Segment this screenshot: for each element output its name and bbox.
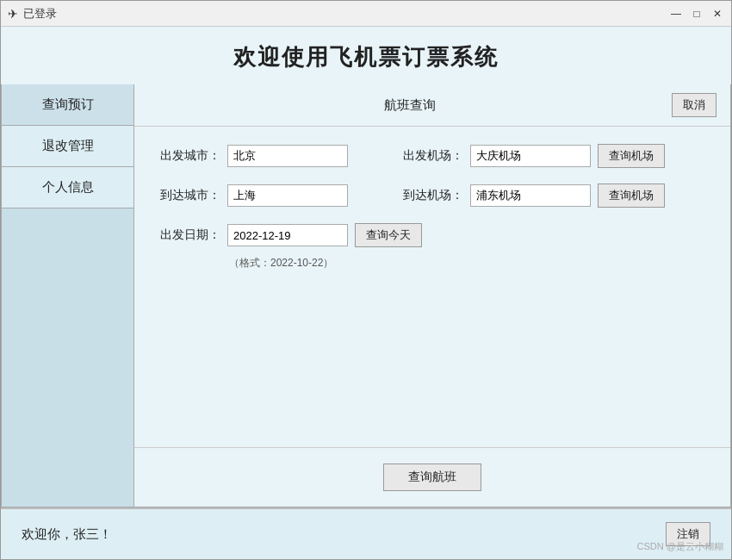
watermark: CSDN @是云小糊糊 (637, 540, 723, 553)
title-bar-left: ✈ 已登录 (8, 6, 57, 22)
form-group-arrive-city: 到达城市： (160, 184, 348, 207)
query-flight-button[interactable]: 查询航班 (383, 464, 481, 491)
query-today-button[interactable]: 查询今天 (355, 223, 422, 247)
form-group-depart-date: 出发日期： 查询今天 (160, 223, 422, 247)
form-row-arrive: 到达城市： 到达机场： 查询机场 (160, 184, 704, 208)
form-row-hint: （格式：2022-10-22） (220, 256, 704, 271)
depart-date-label: 出发日期： (160, 227, 220, 243)
sidebar-item-change-management[interactable]: 退改管理 (2, 126, 133, 167)
title-bar: ✈ 已登录 — □ ✕ (1, 1, 731, 27)
plane-icon: ✈ (8, 7, 18, 21)
window: ✈ 已登录 — □ ✕ 欢迎使用飞机票订票系统 查询预订 退改管理 (0, 0, 732, 560)
content-panel: 航班查询 取消 出发城市： 出发机场： (134, 84, 731, 507)
form-row-depart: 出发城市： 出发机场： 查询机场 (160, 144, 704, 168)
title-bar-title: 已登录 (23, 6, 57, 22)
depart-date-input[interactable] (227, 224, 348, 246)
main-content: 欢迎使用飞机票订票系统 查询预订 退改管理 个人信息 (1, 27, 731, 507)
close-button[interactable]: ✕ (710, 7, 724, 21)
form-group-depart-city: 出发城市： (160, 145, 348, 167)
depart-airport-label: 出发机场： (403, 148, 463, 164)
form-group-depart-airport: 出发机场： 查询机场 (403, 144, 665, 168)
sidebar: 查询预订 退改管理 个人信息 (1, 84, 134, 507)
content-header: 航班查询 取消 (134, 84, 730, 127)
body-area: 查询预订 退改管理 个人信息 航班查询 取消 (1, 84, 731, 507)
minimize-button[interactable]: — (669, 7, 683, 21)
query-arrive-airport-button[interactable]: 查询机场 (598, 184, 665, 208)
sidebar-item-personal-info-label: 个人信息 (42, 179, 94, 194)
arrive-city-input[interactable] (227, 184, 348, 207)
sidebar-item-personal-info[interactable]: 个人信息 (2, 167, 133, 208)
sidebar-item-query-booking-label: 查询预订 (42, 96, 94, 111)
form-area: 出发城市： 出发机场： 查询机场 到达城市： (134, 127, 730, 447)
app-title-text: 欢迎使用飞机票订票系统 (233, 44, 499, 70)
footer-welcome-text: 欢迎你，张三！ (22, 526, 112, 543)
arrive-city-label: 到达城市： (160, 188, 220, 203)
title-bar-controls: — □ ✕ (669, 7, 724, 21)
arrive-airport-label: 到达机场： (403, 188, 463, 203)
depart-city-input[interactable] (227, 145, 348, 167)
depart-city-label: 出发城市： (160, 148, 220, 164)
maximize-button[interactable]: □ (690, 7, 704, 21)
sidebar-item-query-booking[interactable]: 查询预订 (2, 84, 133, 126)
sidebar-item-change-management-label: 退改管理 (42, 138, 94, 152)
query-flight-btn-row: 查询航班 (134, 447, 730, 507)
cancel-button[interactable]: 取消 (672, 93, 716, 117)
query-depart-airport-button[interactable]: 查询机场 (598, 144, 665, 168)
date-format-hint: （格式：2022-10-22） (229, 256, 333, 271)
arrive-airport-input[interactable] (470, 184, 591, 207)
form-row-date: 出发日期： 查询今天 (160, 223, 704, 247)
footer: 欢迎你，张三！ 注销 (1, 507, 731, 559)
app-title: 欢迎使用飞机票订票系统 (1, 27, 731, 84)
form-group-arrive-airport: 到达机场： 查询机场 (403, 184, 665, 208)
content-header-title: 航班查询 (384, 97, 436, 114)
depart-airport-input[interactable] (470, 145, 591, 167)
